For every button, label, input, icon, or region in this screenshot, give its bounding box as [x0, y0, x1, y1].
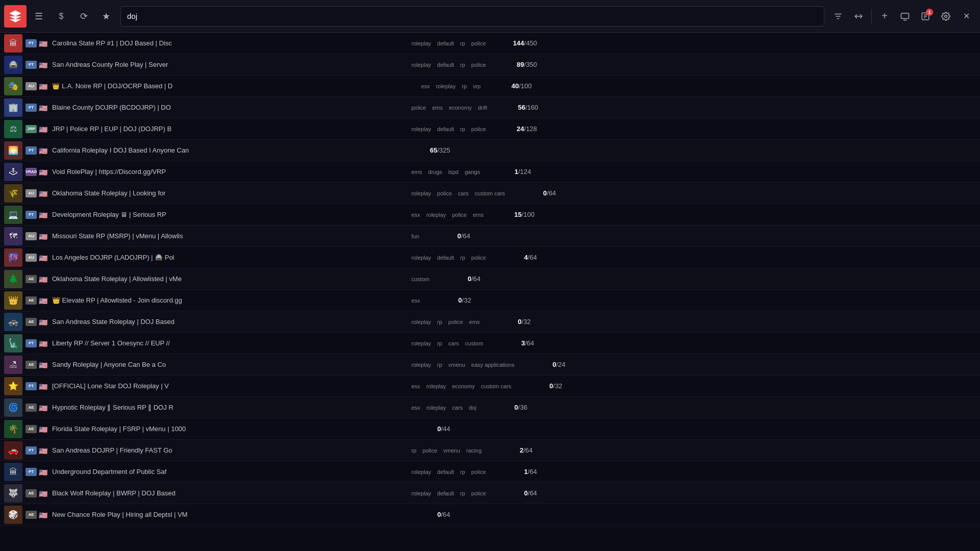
tag[interactable]: roleplay [409, 318, 433, 325]
table-row[interactable]: 🌀AE🇺🇸Hypnotic Roleplay ‖ Serious RP ‖ DO… [0, 397, 980, 418]
tag[interactable]: roleplay [409, 361, 433, 368]
tag[interactable]: fun [409, 233, 421, 240]
tag[interactable]: cars [446, 340, 461, 347]
table-row[interactable]: 💻PT🇺🇸Development Roleplay 🖥 | Serious RP… [0, 204, 980, 226]
table-row[interactable]: 🏛PT🇺🇸Carolina State RP #1 | DOJ Based | … [0, 33, 980, 54]
tag[interactable]: rp [435, 318, 445, 325]
tag[interactable]: rp [458, 126, 468, 133]
tag[interactable]: roleplay [409, 126, 433, 133]
tag[interactable]: police [469, 40, 488, 47]
tag[interactable]: custom [463, 340, 485, 347]
search-input[interactable] [127, 12, 818, 20]
table-row[interactable]: 🚓AE🇺🇸San Andreas State Roleplay | DOJ Ba… [0, 311, 980, 333]
table-row[interactable]: 👑AE🇺🇸👑 Elevate RP | Allowlisted - Join d… [0, 290, 980, 311]
tag[interactable]: police [435, 190, 454, 197]
filter-button[interactable] [828, 7, 848, 26]
tag[interactable]: ems [471, 211, 485, 218]
tag[interactable]: default [435, 468, 456, 475]
table-row[interactable]: 🎭AU🇺🇸👑L.A. Noire RP | DOJ/OCRP Based | D… [0, 76, 980, 97]
tag[interactable]: police [469, 490, 488, 497]
tag[interactable]: roleplay [409, 468, 433, 475]
tag[interactable]: police [469, 254, 488, 261]
table-row[interactable]: 🚗PT🇺🇸San Andreas DOJRP | Friendly FAST G… [0, 440, 980, 461]
tag[interactable]: vrp [471, 83, 482, 90]
table-row[interactable]: 🌲AE🇺🇸Oklahoma State Roleplay | Allowlist… [0, 268, 980, 290]
tag[interactable]: drugs [426, 168, 445, 176]
tag[interactable]: roleplay [424, 211, 448, 218]
menu-button[interactable]: ☰ [29, 6, 49, 27]
tag[interactable]: rp [458, 490, 468, 497]
table-row[interactable]: 🚔PT🇺🇸San Andreas County Role Play | Serv… [0, 54, 980, 76]
tag[interactable]: rp [458, 254, 468, 261]
table-row[interactable]: 🎲AE🇺🇸New Chance Role Play | Hiring all D… [0, 504, 980, 525]
tag[interactable]: roleplay [409, 340, 433, 347]
table-row[interactable]: 🏛PT🇺🇸Underground Department of Public Sa… [0, 461, 980, 483]
logo-button[interactable] [4, 5, 27, 28]
tag[interactable]: default [435, 40, 456, 47]
money-button[interactable]: $ [51, 6, 71, 27]
tag[interactable]: esx [409, 211, 422, 218]
tag[interactable]: police [421, 447, 439, 454]
tag[interactable]: vmenu [446, 361, 467, 368]
sort-button[interactable] [849, 7, 868, 26]
tag[interactable]: esx [409, 383, 422, 390]
tag[interactable]: police [409, 104, 428, 111]
favorites-button[interactable]: ★ [96, 6, 116, 27]
tag[interactable]: default [435, 254, 456, 261]
close-button[interactable]: ✕ [957, 7, 976, 26]
tag[interactable]: economy [450, 383, 477, 390]
tag[interactable]: default [435, 61, 456, 68]
tag[interactable]: vmenu [442, 447, 462, 454]
tag[interactable]: esx [419, 83, 432, 90]
tag[interactable]: police [469, 468, 488, 475]
tag[interactable]: rp [435, 361, 445, 368]
table-row[interactable]: 🌅PT🇺🇸California Roleplay I DOJ Based I A… [0, 140, 980, 161]
add-button[interactable]: + [875, 7, 894, 26]
table-row[interactable]: 🌆AU🇺🇸Los Angeles DOJRP (LADOJRP) | 🚔 Pol… [0, 247, 980, 268]
tag[interactable]: custom [409, 276, 431, 283]
tag[interactable]: racing [464, 447, 484, 454]
tag[interactable]: rp [458, 40, 468, 47]
tag[interactable]: default [435, 126, 456, 133]
table-row[interactable]: ⚖JRP🇺🇸JRP | Police RP | EUP | DOJ (DOJRP… [0, 118, 980, 140]
tag[interactable]: rp [458, 468, 468, 475]
bookmark-button[interactable]: 1 [916, 7, 935, 26]
tag[interactable]: esx [409, 404, 422, 411]
screen-button[interactable] [895, 7, 915, 26]
table-row[interactable]: 🕹VRAD🇺🇸Void RolePlay | https://Discord.g… [0, 161, 980, 183]
tag[interactable]: roleplay [434, 83, 458, 90]
table-row[interactable]: 🏢PT🇺🇸Blaine County DOJRP (BCDOJRP) | DOp… [0, 97, 980, 118]
table-row[interactable]: 🌾AU🇺🇸Oklahoma State Roleplay | Looking f… [0, 183, 980, 204]
tag[interactable]: esx [409, 297, 422, 304]
tag[interactable]: cars [456, 190, 471, 197]
tag[interactable]: ems [409, 168, 424, 176]
tag[interactable]: rp [458, 61, 468, 68]
tag[interactable]: ems [430, 104, 445, 111]
tag[interactable]: police [446, 318, 465, 325]
tag[interactable]: roleplay [409, 254, 433, 261]
tag[interactable]: ems [467, 318, 482, 325]
table-row[interactable]: 🗺AU🇺🇸Missouri State RP (MSRP) | vMenu | … [0, 226, 980, 247]
tag[interactable]: doj [467, 404, 478, 411]
settings-button[interactable] [936, 7, 955, 26]
tag[interactable]: roleplay [409, 190, 433, 197]
tag[interactable]: police [469, 126, 488, 133]
tag[interactable]: roleplay [409, 40, 433, 47]
table-row[interactable]: 🗽PT🇺🇸Liberty RP // Server 1 Onesync // E… [0, 333, 980, 354]
tag[interactable]: roleplay [409, 61, 433, 68]
tag[interactable]: rp [409, 447, 419, 454]
tag[interactable]: roleplay [409, 490, 433, 497]
tag[interactable]: default [435, 490, 456, 497]
tag[interactable]: cars [450, 404, 465, 411]
tag[interactable]: custom cars [479, 383, 513, 390]
tag[interactable]: lspd [446, 168, 460, 176]
table-row[interactable]: 🐺AE🇺🇸Black Wolf Roleplay | BWRP | DOJ Ba… [0, 483, 980, 504]
table-row[interactable]: 🌴AE🇺🇸Florida State Roleplay | FSRP | vMe… [0, 418, 980, 440]
tag[interactable]: drift [476, 104, 489, 111]
server-list[interactable]: 🏛PT🇺🇸Carolina State RP #1 | DOJ Based | … [0, 33, 980, 551]
tag[interactable]: easy applications [469, 361, 516, 368]
tag[interactable]: economy [447, 104, 474, 111]
table-row[interactable]: ⭐PT🇺🇸[OFFICIAL] Lone Star DOJ Roleplay |… [0, 375, 980, 397]
tag[interactable]: roleplay [424, 404, 448, 411]
tag[interactable]: gangs [463, 168, 482, 176]
